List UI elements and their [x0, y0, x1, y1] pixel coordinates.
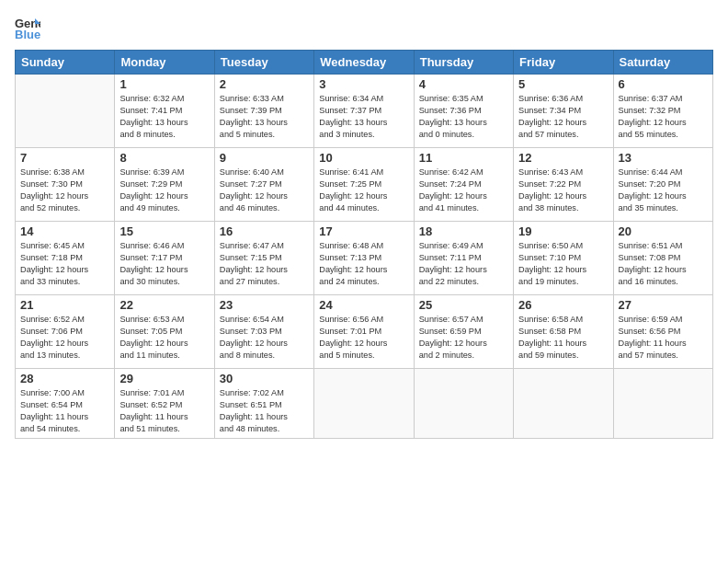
day-number: 28 — [20, 372, 109, 385]
calendar-cell: 2Sunrise: 6:33 AM Sunset: 7:39 PM Daylig… — [214, 75, 313, 148]
day-info: Sunrise: 7:00 AM Sunset: 6:54 PM Dayligh… — [20, 387, 109, 435]
day-info: Sunrise: 6:37 AM Sunset: 7:32 PM Dayligh… — [619, 93, 708, 141]
day-info: Sunrise: 6:56 AM Sunset: 7:01 PM Dayligh… — [319, 314, 408, 362]
calendar-cell: 30Sunrise: 7:02 AM Sunset: 6:51 PM Dayli… — [214, 369, 313, 439]
day-number: 3 — [319, 77, 408, 91]
day-number: 4 — [419, 77, 508, 91]
page-container: General Blue SundayMondayTuesdayWednesda… — [0, 0, 728, 563]
logo: General Blue — [15, 15, 44, 40]
day-number: 19 — [518, 224, 608, 238]
day-number: 27 — [619, 298, 708, 312]
day-number: 23 — [220, 298, 309, 312]
day-number: 14 — [20, 224, 109, 238]
day-number: 22 — [119, 298, 209, 312]
day-number: 15 — [119, 224, 209, 238]
weekday-header-sunday: Sunday — [16, 51, 115, 75]
day-number: 25 — [419, 298, 508, 312]
day-number: 5 — [518, 77, 608, 91]
day-number: 12 — [518, 151, 608, 165]
day-number: 20 — [619, 224, 708, 238]
day-info: Sunrise: 6:50 AM Sunset: 7:10 PM Dayligh… — [518, 240, 608, 288]
calendar-cell: 5Sunrise: 6:36 AM Sunset: 7:34 PM Daylig… — [514, 75, 613, 148]
day-info: Sunrise: 6:59 AM Sunset: 6:56 PM Dayligh… — [619, 314, 708, 362]
day-info: Sunrise: 6:48 AM Sunset: 7:13 PM Dayligh… — [319, 240, 408, 288]
calendar-cell: 9Sunrise: 6:40 AM Sunset: 7:27 PM Daylig… — [214, 148, 313, 222]
day-info: Sunrise: 6:52 AM Sunset: 7:06 PM Dayligh… — [20, 314, 109, 362]
calendar-cell — [613, 369, 712, 439]
calendar-cell: 24Sunrise: 6:56 AM Sunset: 7:01 PM Dayli… — [314, 295, 414, 369]
day-info: Sunrise: 6:49 AM Sunset: 7:11 PM Dayligh… — [419, 240, 508, 288]
calendar-cell: 6Sunrise: 6:37 AM Sunset: 7:32 PM Daylig… — [613, 75, 712, 148]
calendar-cell: 16Sunrise: 6:47 AM Sunset: 7:15 PM Dayli… — [214, 222, 313, 295]
day-info: Sunrise: 6:36 AM Sunset: 7:34 PM Dayligh… — [518, 93, 608, 141]
day-info: Sunrise: 6:42 AM Sunset: 7:24 PM Dayligh… — [419, 167, 508, 214]
calendar-cell: 14Sunrise: 6:45 AM Sunset: 7:18 PM Dayli… — [16, 222, 115, 295]
day-number: 30 — [220, 372, 309, 385]
weekday-header-tuesday: Tuesday — [214, 51, 313, 75]
calendar-cell: 7Sunrise: 6:38 AM Sunset: 7:30 PM Daylig… — [16, 148, 115, 222]
calendar-cell — [16, 75, 115, 148]
day-number: 10 — [319, 151, 408, 165]
day-number: 24 — [319, 298, 408, 312]
calendar-cell: 3Sunrise: 6:34 AM Sunset: 7:37 PM Daylig… — [314, 75, 414, 148]
day-info: Sunrise: 7:02 AM Sunset: 6:51 PM Dayligh… — [220, 387, 309, 435]
day-info: Sunrise: 6:44 AM Sunset: 7:20 PM Dayligh… — [619, 167, 708, 214]
calendar-cell — [314, 369, 414, 439]
day-number: 17 — [319, 224, 408, 238]
day-info: Sunrise: 6:39 AM Sunset: 7:29 PM Dayligh… — [119, 167, 209, 214]
day-number: 18 — [419, 224, 508, 238]
weekday-header-row: SundayMondayTuesdayWednesdayThursdayFrid… — [16, 51, 713, 75]
day-number: 13 — [619, 151, 708, 165]
calendar-cell: 19Sunrise: 6:50 AM Sunset: 7:10 PM Dayli… — [514, 222, 613, 295]
header: General Blue — [15, 15, 713, 40]
calendar-cell: 10Sunrise: 6:41 AM Sunset: 7:25 PM Dayli… — [314, 148, 414, 222]
weekday-header-saturday: Saturday — [613, 51, 712, 75]
calendar-cell: 29Sunrise: 7:01 AM Sunset: 6:52 PM Dayli… — [115, 369, 214, 439]
day-number: 16 — [220, 224, 309, 238]
calendar-cell: 12Sunrise: 6:43 AM Sunset: 7:22 PM Dayli… — [514, 148, 613, 222]
day-number: 8 — [119, 151, 209, 165]
day-number: 7 — [20, 151, 109, 165]
day-info: Sunrise: 6:58 AM Sunset: 6:58 PM Dayligh… — [518, 314, 608, 362]
day-info: Sunrise: 6:33 AM Sunset: 7:39 PM Dayligh… — [220, 93, 309, 141]
calendar-cell: 11Sunrise: 6:42 AM Sunset: 7:24 PM Dayli… — [414, 148, 513, 222]
day-info: Sunrise: 6:41 AM Sunset: 7:25 PM Dayligh… — [319, 167, 408, 214]
calendar: SundayMondayTuesdayWednesdayThursdayFrid… — [15, 50, 713, 439]
day-info: Sunrise: 6:40 AM Sunset: 7:27 PM Dayligh… — [220, 167, 309, 214]
calendar-cell: 15Sunrise: 6:46 AM Sunset: 7:17 PM Dayli… — [115, 222, 214, 295]
calendar-cell: 4Sunrise: 6:35 AM Sunset: 7:36 PM Daylig… — [414, 75, 513, 148]
day-info: Sunrise: 6:54 AM Sunset: 7:03 PM Dayligh… — [220, 314, 309, 362]
day-number: 6 — [619, 77, 708, 91]
calendar-cell: 28Sunrise: 7:00 AM Sunset: 6:54 PM Dayli… — [16, 369, 115, 439]
day-info: Sunrise: 6:32 AM Sunset: 7:41 PM Dayligh… — [119, 93, 209, 141]
day-number: 9 — [220, 151, 309, 165]
logo-icon: General Blue — [15, 15, 40, 40]
day-info: Sunrise: 6:47 AM Sunset: 7:15 PM Dayligh… — [220, 240, 309, 288]
day-number: 11 — [419, 151, 508, 165]
weekday-header-friday: Friday — [514, 51, 613, 75]
calendar-cell: 20Sunrise: 6:51 AM Sunset: 7:08 PM Dayli… — [613, 222, 712, 295]
calendar-cell: 27Sunrise: 6:59 AM Sunset: 6:56 PM Dayli… — [613, 295, 712, 369]
weekday-header-thursday: Thursday — [414, 51, 513, 75]
calendar-cell: 1Sunrise: 6:32 AM Sunset: 7:41 PM Daylig… — [115, 75, 214, 148]
day-number: 1 — [119, 77, 209, 91]
day-info: Sunrise: 6:35 AM Sunset: 7:36 PM Dayligh… — [419, 93, 508, 141]
day-number: 2 — [220, 77, 309, 91]
weekday-header-wednesday: Wednesday — [314, 51, 414, 75]
day-info: Sunrise: 6:43 AM Sunset: 7:22 PM Dayligh… — [518, 167, 608, 214]
svg-text:Blue: Blue — [15, 28, 40, 40]
calendar-cell: 13Sunrise: 6:44 AM Sunset: 7:20 PM Dayli… — [613, 148, 712, 222]
calendar-cell: 26Sunrise: 6:58 AM Sunset: 6:58 PM Dayli… — [514, 295, 613, 369]
day-number: 21 — [20, 298, 109, 312]
calendar-cell — [514, 369, 613, 439]
day-info: Sunrise: 6:45 AM Sunset: 7:18 PM Dayligh… — [20, 240, 109, 288]
day-number: 26 — [518, 298, 608, 312]
calendar-cell — [414, 369, 513, 439]
day-number: 29 — [119, 372, 209, 385]
calendar-cell: 25Sunrise: 6:57 AM Sunset: 6:59 PM Dayli… — [414, 295, 513, 369]
calendar-cell: 22Sunrise: 6:53 AM Sunset: 7:05 PM Dayli… — [115, 295, 214, 369]
calendar-cell: 17Sunrise: 6:48 AM Sunset: 7:13 PM Dayli… — [314, 222, 414, 295]
calendar-cell: 21Sunrise: 6:52 AM Sunset: 7:06 PM Dayli… — [16, 295, 115, 369]
day-info: Sunrise: 6:51 AM Sunset: 7:08 PM Dayligh… — [619, 240, 708, 288]
day-info: Sunrise: 6:34 AM Sunset: 7:37 PM Dayligh… — [319, 93, 408, 141]
